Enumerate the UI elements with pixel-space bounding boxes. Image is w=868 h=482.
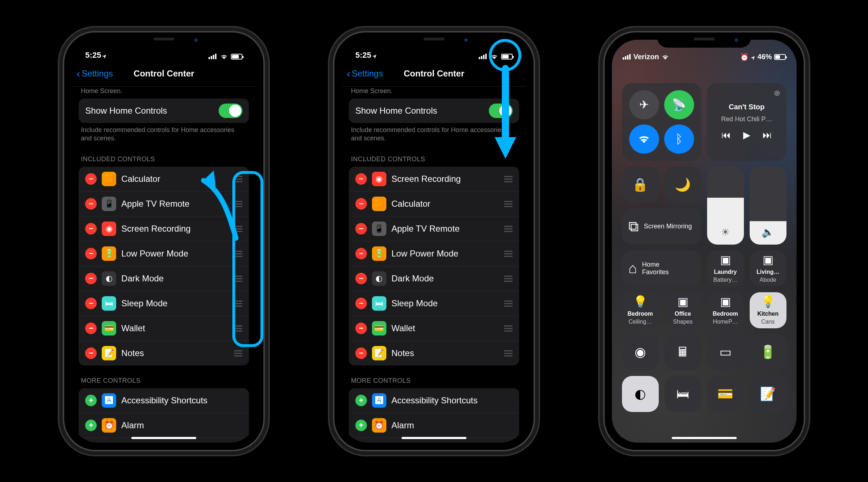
drag-handle-icon[interactable] — [504, 276, 513, 282]
screen-mirroring[interactable]: ⧉ Screen Mirroring — [622, 209, 701, 245]
included-row[interactable]: −📱Apple TV Remote — [79, 191, 249, 216]
included-row[interactable]: −◉Screen Recording — [79, 216, 249, 241]
remove-button[interactable]: − — [355, 223, 367, 235]
notes-button[interactable]: 📝 — [750, 376, 786, 412]
included-row[interactable]: −📝Notes — [79, 341, 249, 365]
more-row[interactable]: +🅰Accessibility Shortcuts — [349, 388, 519, 413]
drag-handle-icon[interactable] — [234, 301, 242, 307]
show-home-controls-row[interactable]: Show Home Controls — [79, 98, 249, 123]
drag-handle-icon[interactable] — [234, 325, 242, 332]
calculator-button[interactable]: 🖩 — [665, 334, 701, 370]
remove-button[interactable]: − — [85, 198, 97, 210]
remove-button[interactable]: − — [85, 323, 97, 334]
prev-button[interactable]: ⏮ — [722, 130, 731, 141]
drag-handle-icon[interactable] — [504, 301, 513, 307]
home-indicator[interactable] — [672, 437, 737, 439]
remove-button[interactable]: − — [85, 173, 97, 185]
phone-settings-2: 5:25 ‹ Settings Control Center Home Scre… — [333, 31, 535, 451]
brightness-slider[interactable]: ☀︎ — [707, 167, 744, 245]
bluetooth-toggle[interactable]: ᛒ — [664, 124, 694, 154]
home-tile-4[interactable]: ▣ Bedroom HomeP… — [707, 292, 744, 328]
toggle-on-icon[interactable] — [489, 104, 513, 118]
home-indicator[interactable] — [402, 437, 466, 439]
apple-tv-remote-button[interactable]: ▭ — [707, 334, 744, 370]
sleep-mode-button[interactable]: 🛏 — [665, 376, 701, 412]
dark-mode-button[interactable]: ◐ — [622, 376, 659, 412]
play-button[interactable]: ▶ — [743, 130, 750, 141]
more-row[interactable]: +⏰Alarm — [79, 413, 249, 438]
remove-button[interactable]: − — [355, 173, 367, 185]
remove-button[interactable]: − — [355, 198, 367, 210]
drag-handle-icon[interactable] — [234, 201, 242, 207]
included-row[interactable]: −💳Wallet — [349, 316, 519, 341]
home-indicator[interactable] — [131, 437, 196, 439]
back-button[interactable]: ‹ Settings — [347, 68, 383, 79]
add-button[interactable]: + — [355, 395, 367, 406]
screen-recording-button[interactable]: ◉ — [622, 334, 659, 370]
drag-handle-icon[interactable] — [504, 251, 513, 257]
remove-button[interactable]: − — [85, 298, 97, 309]
add-button[interactable]: + — [355, 420, 367, 431]
home-tile-2[interactable]: 💡 Bedroom Ceiling… — [622, 292, 659, 328]
home-tile-1[interactable]: ▣ Living… Abode — [750, 250, 786, 286]
nav-title: Control Center — [404, 69, 464, 79]
included-row[interactable]: −◐Dark Mode — [79, 266, 249, 291]
remove-button[interactable]: − — [85, 347, 97, 359]
more-row[interactable]: +🅰Accessibility Shortcuts — [79, 388, 249, 413]
toggle-on-icon[interactable] — [219, 104, 242, 118]
row-label: Accessibility Shortcuts — [391, 395, 478, 406]
remove-button[interactable]: − — [355, 248, 367, 259]
home-tile-0[interactable]: ▣ Laundry Battery… — [707, 250, 744, 286]
included-row[interactable]: −🟧Calculator — [79, 167, 249, 191]
remove-button[interactable]: − — [355, 347, 367, 359]
airplay-icon[interactable]: ◎ — [774, 89, 780, 97]
included-row[interactable]: −📱Apple TV Remote — [349, 216, 519, 241]
included-row[interactable]: −🔋Low Power Mode — [349, 241, 519, 266]
drag-handle-icon[interactable] — [504, 350, 513, 356]
drag-handle-icon[interactable] — [504, 325, 513, 332]
app-icon: ⏰ — [372, 418, 386, 433]
battery-icon — [774, 54, 786, 60]
home-tile-5[interactable]: 💡 Kitchen Cans — [750, 292, 786, 328]
wifi-toggle[interactable] — [629, 124, 659, 154]
show-home-controls-row[interactable]: Show Home Controls — [349, 98, 519, 123]
remove-button[interactable]: − — [355, 273, 367, 284]
volume-slider[interactable]: 🔈 — [750, 167, 786, 245]
home-tile-3[interactable]: ▣ Office Shapes — [665, 292, 701, 328]
included-row[interactable]: −📝Notes — [349, 341, 519, 365]
cellular-toggle[interactable]: 📡 — [664, 90, 694, 119]
drag-handle-icon[interactable] — [504, 201, 513, 207]
more-row[interactable]: +⏰Alarm — [349, 413, 519, 438]
add-button[interactable]: + — [85, 420, 97, 431]
remove-button[interactable]: − — [355, 323, 367, 334]
included-row[interactable]: −🔋Low Power Mode — [79, 241, 249, 266]
included-row[interactable]: −◐Dark Mode — [349, 266, 519, 291]
included-row[interactable]: −🛏Sleep Mode — [79, 291, 249, 316]
drag-handle-icon[interactable] — [504, 176, 513, 182]
home-favorites[interactable]: ⌂ Home Favorites — [622, 250, 701, 286]
orientation-lock[interactable]: 🔒 — [622, 167, 659, 203]
remove-button[interactable]: − — [85, 273, 97, 284]
next-button[interactable]: ⏭ — [763, 130, 772, 141]
media-tile[interactable]: ◎ Can't Stop Red Hot Chili P… ⏮ ▶ ⏭ — [707, 83, 786, 161]
drag-handle-icon[interactable] — [504, 226, 513, 232]
included-row[interactable]: −🟧Calculator — [349, 191, 519, 216]
remove-button[interactable]: − — [85, 223, 97, 235]
row-label: Low Power Mode — [121, 249, 188, 259]
do-not-disturb[interactable]: 🌙 — [665, 167, 701, 203]
back-button[interactable]: ‹ Settings — [76, 68, 113, 79]
wallet-button[interactable]: 💳 — [707, 376, 744, 412]
included-row[interactable]: −🛏Sleep Mode — [349, 291, 519, 316]
airplane-toggle[interactable]: ✈︎ — [629, 90, 659, 119]
drag-handle-icon[interactable] — [234, 251, 242, 257]
included-row[interactable]: −◉Screen Recording — [349, 167, 519, 191]
drag-handle-icon[interactable] — [234, 350, 242, 356]
drag-handle-icon[interactable] — [234, 226, 242, 232]
remove-button[interactable]: − — [85, 248, 97, 259]
included-row[interactable]: −💳Wallet — [79, 316, 249, 341]
drag-handle-icon[interactable] — [234, 176, 242, 182]
low-power-mode-button[interactable]: 🔋 — [750, 334, 786, 370]
drag-handle-icon[interactable] — [234, 276, 242, 282]
add-button[interactable]: + — [85, 395, 97, 406]
remove-button[interactable]: − — [355, 298, 367, 309]
